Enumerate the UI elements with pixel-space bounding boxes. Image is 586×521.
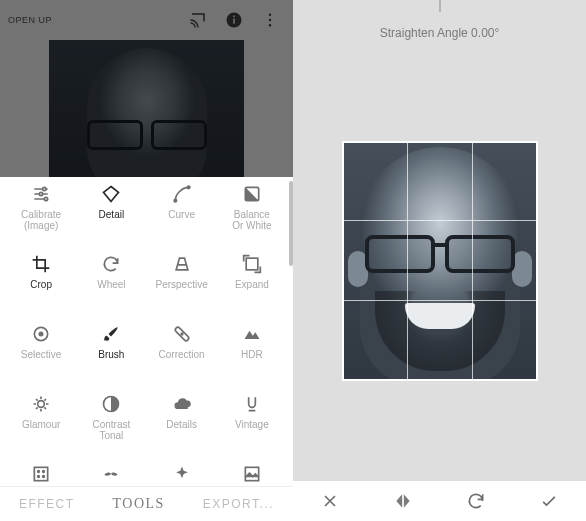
crop-frame[interactable] (342, 141, 538, 381)
tool-sparkle[interactable]: Grunge (147, 463, 217, 486)
flip-button[interactable] (383, 481, 423, 521)
image-icon (238, 463, 266, 485)
detail-icon (97, 183, 125, 205)
svg-point-8 (44, 197, 47, 200)
open-button[interactable]: OPEN UP (8, 15, 52, 25)
crop-actions (293, 481, 586, 521)
frame-icon (27, 463, 55, 485)
svg-point-20 (38, 471, 40, 473)
svg-point-10 (187, 186, 190, 189)
svg-point-21 (43, 471, 45, 473)
rotate-button[interactable] (456, 481, 496, 521)
crop-area[interactable] (293, 40, 586, 481)
cast-icon[interactable] (189, 11, 207, 29)
svg-point-14 (39, 332, 42, 335)
svg-point-9 (174, 199, 177, 202)
tab-export[interactable]: EXPORT... (203, 497, 274, 511)
tool-glamour[interactable]: Glamour (6, 393, 76, 455)
tool-vintage[interactable]: Vintage (217, 393, 287, 455)
svg-rect-12 (246, 258, 258, 270)
tools-scrollbar[interactable] (289, 181, 293, 266)
tool-label: Selective (21, 349, 62, 360)
cloud-icon (168, 393, 196, 415)
tool-label: Contrast Tonal (92, 419, 130, 441)
tool-label: Vintage (235, 419, 269, 430)
svg-rect-2 (233, 16, 235, 18)
tool-label: Brush (98, 349, 124, 360)
hdr-icon (238, 323, 266, 345)
confirm-button[interactable] (529, 481, 569, 521)
tool-rotate[interactable]: Wheel (76, 253, 146, 315)
tool-sliders[interactable]: Calibrate (Image) (6, 183, 76, 245)
svg-point-3 (269, 14, 271, 16)
svg-point-5 (269, 24, 271, 26)
tab-effect[interactable]: EFFECT (19, 497, 75, 511)
tool-label: Calibrate (Image) (21, 209, 61, 231)
editor-left-pane: OPEN UP Calibrate (Image)DetailCurveBala… (0, 0, 293, 521)
tool-frame[interactable]: Frame (6, 463, 76, 486)
tool-perspective[interactable]: Perspective (147, 253, 217, 315)
tool-expand[interactable]: Expand (217, 253, 287, 315)
tool-label: Correction (159, 349, 205, 360)
tool-label: Perspective (156, 279, 208, 290)
perspective-icon (168, 253, 196, 275)
expand-icon (238, 253, 266, 275)
sparkle-icon (168, 463, 196, 485)
tool-hdr[interactable]: HDR (217, 323, 287, 385)
tool-brush[interactable]: Brush (76, 323, 146, 385)
info-icon[interactable] (225, 11, 243, 29)
svg-point-6 (43, 187, 46, 190)
tool-label: Detail (99, 209, 125, 220)
brush-icon (97, 323, 125, 345)
image-preview (0, 40, 293, 177)
balance-icon (238, 183, 266, 205)
tool-label: Expand (235, 279, 269, 290)
tool-bandage[interactable]: Correction (147, 323, 217, 385)
tool-curve[interactable]: Curve (147, 183, 217, 245)
straighten-pane: Straighten Angle 0.00° (293, 0, 586, 521)
svg-point-23 (43, 476, 45, 478)
tool-label: Details (166, 419, 197, 430)
svg-point-4 (269, 19, 271, 21)
tool-image[interactable]: Blur (217, 463, 287, 486)
preview-face (49, 40, 244, 177)
tool-label: Crop (30, 279, 52, 290)
tool-label: HDR (241, 349, 263, 360)
target-icon (27, 323, 55, 345)
crop-icon (27, 253, 55, 275)
tool-cloud[interactable]: Details (147, 393, 217, 455)
rotate-icon (97, 253, 125, 275)
glamour-icon (27, 393, 55, 415)
cancel-button[interactable] (310, 481, 350, 521)
svg-point-22 (38, 476, 40, 478)
topbar: OPEN UP (0, 0, 293, 40)
tool-balance[interactable]: Balance Or White (217, 183, 287, 245)
menu-dots-icon[interactable] (261, 11, 279, 29)
tool-mustache[interactable]: Retro (76, 463, 146, 486)
svg-rect-24 (245, 467, 258, 480)
tool-contrast[interactable]: Contrast Tonal (76, 393, 146, 455)
curve-icon (168, 183, 196, 205)
bandage-icon (168, 323, 196, 345)
contrast-icon (97, 393, 125, 415)
tool-label: Glamour (22, 419, 60, 430)
tab-tools[interactable]: TOOLS (113, 496, 165, 512)
tool-crop[interactable]: Crop (6, 253, 76, 315)
bottom-tabs: EFFECT TOOLS EXPORT... (0, 486, 293, 521)
tool-label: Curve (168, 209, 195, 220)
svg-point-7 (39, 192, 42, 195)
mustache-icon (97, 463, 125, 485)
tool-target[interactable]: Selective (6, 323, 76, 385)
tool-label: Balance Or White (232, 209, 271, 231)
sliders-icon (27, 183, 55, 205)
svg-rect-1 (233, 19, 235, 24)
svg-point-16 (181, 333, 183, 335)
angle-tick (439, 0, 440, 12)
svg-rect-19 (34, 467, 47, 480)
tools-panel: Calibrate (Image)DetailCurveBalance Or W… (0, 177, 293, 486)
svg-point-17 (38, 401, 45, 408)
vintage-icon (238, 393, 266, 415)
angle-readout: Straighten Angle 0.00° (293, 26, 586, 40)
tool-label: Wheel (97, 279, 125, 290)
tool-detail[interactable]: Detail (76, 183, 146, 245)
